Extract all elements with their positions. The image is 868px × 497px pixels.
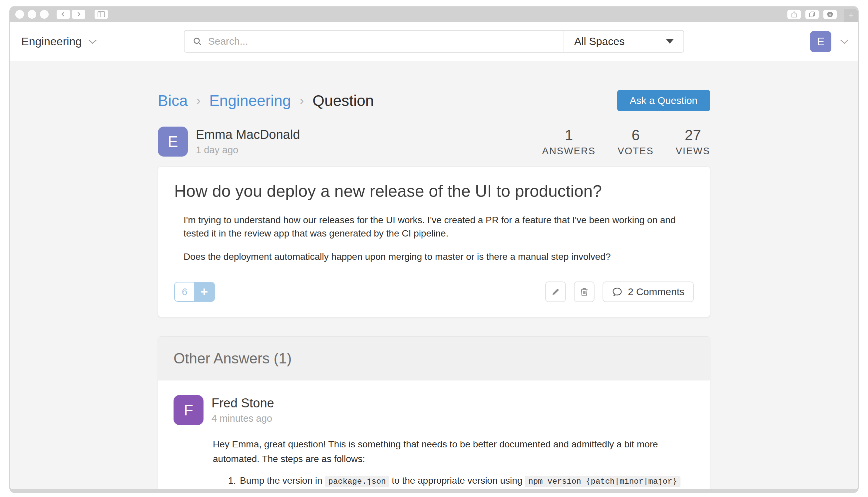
user-avatar: E	[810, 31, 831, 52]
team-name: Engineering	[21, 35, 82, 48]
question-action-buttons: 2 Comments	[545, 282, 694, 302]
stat-label: VIEWS	[676, 145, 710, 157]
stat-value: 27	[685, 127, 701, 144]
main-area: Bica › Engineering › Question Ask a Ques…	[10, 61, 858, 490]
share-icon	[791, 11, 797, 18]
answer-intro: Hey Emma, great question! This is someth…	[213, 437, 689, 466]
search-box	[184, 30, 564, 53]
vote-widget: 6 +	[174, 282, 215, 302]
chevron-right-icon	[76, 11, 82, 17]
stat-label: ANSWERS	[542, 145, 596, 157]
stat-views: 27 VIEWS	[676, 127, 710, 157]
breadcrumb: Bica › Engineering › Question	[158, 91, 374, 110]
spaces-filter-value: All Spaces	[574, 35, 625, 48]
downloads-button[interactable]	[823, 10, 837, 19]
breadcrumb-space-link[interactable]: Engineering	[209, 91, 291, 110]
question-author: E Emma MacDonald 1 day ago	[158, 127, 300, 157]
breadcrumb-current: Question	[312, 91, 374, 110]
plus-icon	[848, 12, 854, 19]
pencil-icon	[551, 287, 560, 297]
answer: F Fred Stone 4 minutes ago Hey Emma, gre…	[158, 380, 710, 490]
back-button[interactable]	[57, 10, 70, 19]
search-input[interactable]	[208, 36, 556, 47]
sidebar-toggle-button[interactable]	[95, 10, 108, 19]
answer-step: 2.Push changes using git push --follow-t…	[228, 489, 695, 490]
content-column: Bica › Engineering › Question Ask a Ques…	[158, 90, 710, 490]
comments-button[interactable]: 2 Comments	[602, 282, 694, 302]
search-icon	[193, 36, 202, 46]
titlebar-right-buttons	[787, 10, 837, 19]
answer-author-name: Fred Stone	[212, 396, 274, 410]
comments-label: 2 Comments	[628, 286, 684, 297]
sidebar-icon	[98, 11, 105, 17]
question-card: How do you deploy a new release of the U…	[158, 167, 710, 317]
question-paragraph: Does the deployment automatically happen…	[184, 250, 690, 264]
step-text: Bump the version in	[240, 475, 325, 486]
author-avatar: E	[158, 127, 188, 157]
user-menu[interactable]: E	[810, 22, 849, 61]
breadcrumb-home-link[interactable]: Bica	[158, 91, 187, 110]
forward-button[interactable]	[72, 10, 85, 19]
browser-window: Engineering All Spaces E Bica ›	[9, 6, 859, 493]
question-meta-row: E Emma MacDonald 1 day ago 1 ANSWERS 6 V…	[158, 127, 710, 157]
answer-step: 1.Bump the version in package.json to th…	[228, 473, 695, 489]
ask-question-button[interactable]: Ask a Question	[617, 90, 710, 111]
breadcrumb-separator-icon: ›	[196, 94, 200, 108]
breadcrumb-row: Bica › Engineering › Question Ask a Ques…	[158, 90, 710, 111]
speech-bubble-icon	[612, 287, 623, 297]
answer-avatar: F	[173, 395, 203, 425]
stat-value: 1	[565, 127, 573, 144]
window-controls	[15, 10, 48, 19]
stat-value: 6	[631, 127, 640, 144]
question-actions: 6 + 2 Comments	[174, 282, 694, 302]
breadcrumb-separator-icon: ›	[300, 94, 304, 108]
step-text: to the appropriate version using	[389, 475, 525, 486]
inline-code: npm version {patch|minor|major}	[525, 476, 680, 487]
vote-count: 6	[175, 283, 194, 301]
author-name: Emma MacDonald	[196, 128, 300, 142]
new-tab-button[interactable]	[844, 9, 858, 22]
search-group: All Spaces	[184, 30, 684, 53]
window-minimize-button[interactable]	[28, 10, 36, 19]
share-button[interactable]	[787, 10, 801, 19]
nav-buttons	[57, 10, 85, 19]
app-header: Engineering All Spaces E	[10, 22, 858, 61]
question-paragraph: I'm trying to understand how our release…	[184, 214, 690, 240]
tab-overview-button[interactable]	[806, 10, 819, 19]
download-icon	[827, 11, 834, 18]
team-selector[interactable]: Engineering	[21, 22, 97, 61]
question-title: How do you deploy a new release of the U…	[174, 182, 694, 201]
spaces-filter-select[interactable]: All Spaces	[564, 30, 684, 53]
stat-answers: 1 ANSWERS	[542, 127, 596, 157]
window-titlebar	[10, 7, 858, 22]
step-number: 1.	[228, 475, 236, 486]
window-close-button[interactable]	[15, 10, 24, 19]
stat-votes: 6 VOTES	[617, 127, 654, 157]
answer-author: F Fred Stone 4 minutes ago	[173, 395, 695, 425]
chevron-down-icon	[88, 39, 97, 44]
answer-timestamp: 4 minutes ago	[212, 413, 274, 424]
window-zoom-button[interactable]	[40, 10, 48, 19]
answer-steps: 1.Bump the version in package.json to th…	[228, 473, 695, 490]
question-stats: 1 ANSWERS 6 VOTES 27 VIEWS	[542, 127, 710, 157]
edit-button[interactable]	[545, 282, 566, 302]
chevron-down-icon	[840, 39, 849, 44]
delete-button[interactable]	[574, 282, 595, 302]
tabs-icon	[809, 11, 815, 17]
dropdown-caret-icon	[666, 39, 673, 44]
answers-card: Other Answers (1) F Fred Stone 4 minutes…	[158, 337, 710, 490]
post-timestamp: 1 day ago	[196, 145, 300, 156]
upvote-button[interactable]: +	[194, 283, 214, 301]
stat-label: VOTES	[617, 145, 654, 157]
trash-icon	[580, 287, 589, 297]
inline-code: package.json	[325, 476, 389, 487]
answers-section-title: Other Answers (1)	[158, 337, 710, 380]
chevron-left-icon	[60, 11, 66, 17]
